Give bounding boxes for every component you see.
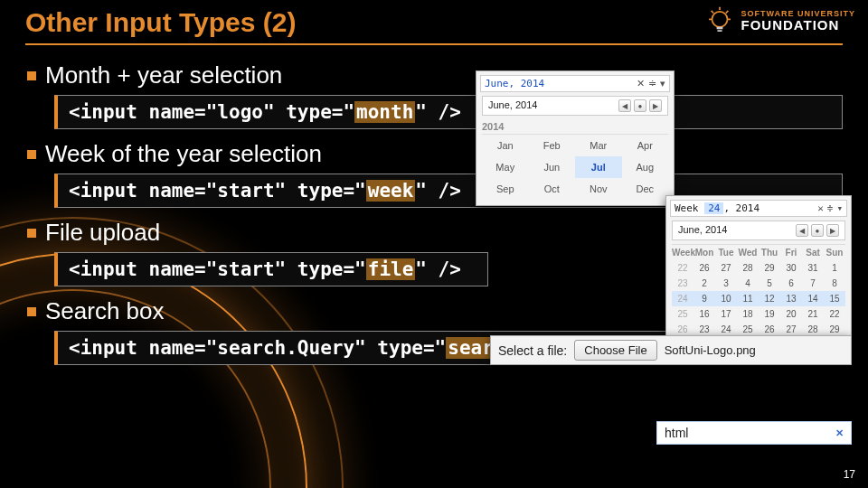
month-cell[interactable]: Oct [529,178,576,200]
day-cell[interactable]: 1 [824,260,845,276]
week-prefix: Week [675,202,704,214]
code-highlight: file [366,258,416,280]
month-grid: JanFebMarAprMayJunJulAugSepOctNovDec [482,134,668,200]
search-value[interactable]: html [665,426,688,440]
week-header-cell: Fri [780,245,802,260]
day-cell[interactable]: 8 [824,276,845,291]
day-cell[interactable]: 27 [715,260,737,276]
bullet-icon [27,71,36,80]
code-highlight: month [354,101,415,123]
code-month: <input name="logo" type="month" /> [54,95,843,129]
month-cell[interactable]: Jul [575,156,622,178]
week-number-cell[interactable]: 22 [672,260,693,276]
chevron-down-icon[interactable]: ▾ [836,202,843,214]
clear-icon[interactable]: ✕ [835,427,844,439]
code-highlight: week [366,180,416,202]
week-header-cell: Tue [715,245,737,260]
month-cell[interactable]: Jan [482,135,529,156]
month-cell[interactable]: Nov [575,178,622,200]
today-button[interactable]: ● [811,224,824,237]
day-cell[interactable]: 28 [737,260,759,276]
day-cell[interactable]: 31 [802,260,824,276]
day-cell[interactable]: 29 [759,260,780,276]
bullet-file-text: File upload [45,219,160,247]
month-cell[interactable]: Dec [622,178,669,200]
today-button[interactable]: ● [634,99,646,112]
prev-button[interactable]: ◀ [618,99,631,112]
day-cell[interactable]: 14 [802,291,824,306]
day-cell[interactable]: 26 [693,260,715,276]
day-cell[interactable]: 19 [759,306,780,322]
week-suffix: , 2014 [723,202,760,214]
code-file: <input name="start" type="file" /> [54,252,488,286]
chevron-down-icon[interactable]: ▾ [660,78,665,89]
bullet-month: Month + year selection [27,61,843,89]
week-header-cell: Sat [802,245,824,260]
month-cell[interactable]: Jun [529,156,576,178]
week-number-cell[interactable]: 23 [672,276,693,291]
spinner-icon[interactable]: ≑ [648,78,656,89]
day-cell[interactable]: 6 [780,276,802,291]
day-cell[interactable]: 16 [693,306,715,322]
month-cell[interactable]: Sep [482,178,529,200]
day-cell[interactable]: 22 [824,306,845,322]
month-cell[interactable]: Apr [622,135,669,156]
next-button[interactable]: ▶ [649,99,662,112]
bullet-search-text: Search box [45,297,165,325]
week-number-cell[interactable]: 25 [672,306,693,322]
clear-icon[interactable]: ✕ [637,78,645,89]
next-button[interactable]: ▶ [826,224,839,237]
day-cell[interactable]: 21 [802,306,824,322]
month-picker: June, 2014 ✕ ≑ ▾ June, 2014 ◀ ● ▶ 2014 J… [476,70,675,206]
month-year-label: 2014 [482,121,668,132]
day-cell[interactable]: 3 [715,276,737,291]
day-cell[interactable]: 20 [780,306,802,322]
clear-icon[interactable]: ✕ [817,202,824,214]
day-cell[interactable]: 4 [737,276,759,291]
month-cell[interactable]: May [482,156,529,178]
bullet-icon [27,307,36,316]
day-cell[interactable]: 11 [737,291,759,306]
week-header-cell: Wed [737,245,759,260]
week-picker: Week 24, 2014 ✕ ≑ ▾ June, 2014 ◀ ● ▶ Wee… [665,195,852,359]
day-cell[interactable]: 12 [759,291,780,306]
month-cell[interactable]: Feb [529,135,576,156]
bullet-month-text: Month + year selection [45,61,282,89]
week-number[interactable]: 24 [704,202,723,214]
week-header-cell: Sun [824,245,845,260]
file-name: SoftUni-Logo.png [665,343,756,357]
week-header-cell: Thu [759,245,780,260]
day-cell[interactable]: 7 [802,276,824,291]
bullet-icon [27,150,36,159]
day-cell[interactable]: 13 [780,291,802,306]
week-header-cell: Mon [693,245,715,260]
week-sub-value: June, 2014 [678,224,727,237]
week-number-cell[interactable]: 24 [672,291,693,306]
day-cell[interactable]: 5 [759,276,780,291]
bullet-icon [27,229,36,238]
day-cell[interactable]: 9 [693,291,715,306]
choose-file-button[interactable]: Choose File [574,340,656,361]
day-cell[interactable]: 18 [737,306,759,322]
day-cell[interactable]: 17 [715,306,737,322]
file-label: Select a file: [498,343,567,358]
month-sub-value: June, 2014 [488,99,537,112]
slide-title: Other Input Types (2) [25,7,843,45]
month-value[interactable]: June, 2014 [485,78,544,89]
week-header-cell: Week [672,245,693,260]
file-upload-demo: Select a file: Choose File SoftUni-Logo.… [490,335,852,365]
month-cell[interactable]: Mar [575,135,622,156]
day-cell[interactable]: 10 [715,291,737,306]
spinner-icon[interactable]: ≑ [827,202,834,214]
page-number: 17 [844,468,855,481]
day-cell[interactable]: 2 [693,276,715,291]
month-cell[interactable]: Aug [622,156,669,178]
day-cell[interactable]: 30 [780,260,802,276]
day-cell[interactable]: 15 [824,291,845,306]
prev-button[interactable]: ◀ [796,224,808,237]
bullet-week: Week of the year selection [27,140,843,168]
search-box-demo[interactable]: html ✕ [656,421,852,445]
bullet-week-text: Week of the year selection [45,140,322,168]
